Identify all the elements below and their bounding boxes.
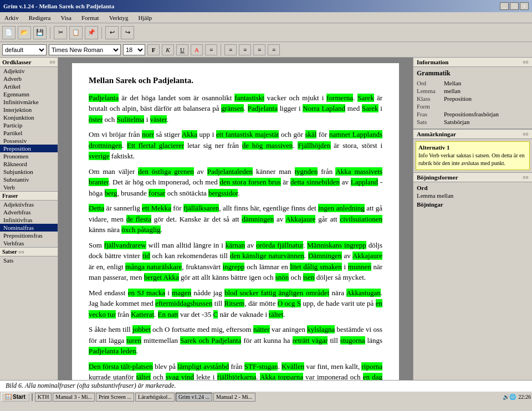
doc-area[interactable]: Mellan Sarek och Padjelanta. Padjelanta … [58,58,413,380]
menu-bar: Arkiv Redigera Visa Format Verktyg Hjälp [0,12,532,23]
main-area: Ordklasser ○○ Adjektiv Adverb Artikel Eg… [0,58,532,380]
save-button[interactable]: 💾 [33,26,47,39]
bojning-section: Ord Lemma mellan Böjningar [413,182,532,212]
taskbar-lararhogskolan[interactable]: Lärarhögskol... [135,393,175,402]
menu-redigera[interactable]: Redigera [27,14,53,22]
item-rakneord[interactable]: Råkneord [0,160,58,168]
item-infinitivmarke[interactable]: Infinitivmärke [0,98,58,106]
windows-icon: 🪟 [5,394,12,400]
format-extra-button[interactable]: ≡ [205,44,217,55]
item-verbfras[interactable]: Verbfras [0,239,58,247]
item-prepositionsfras[interactable]: Prepositionsfras [0,232,58,239]
information-close[interactable]: ○○ [523,59,529,65]
item-subjunktion[interactable]: Subjunktion [0,168,58,176]
style-select[interactable]: default [2,44,47,55]
size-select[interactable]: 18 [123,44,145,55]
undo-button[interactable]: ↩ [105,26,119,39]
separator-3 [221,44,221,56]
item-artikel[interactable]: Artikel [0,83,58,90]
separator-1 [50,27,50,39]
item-adjektivfras[interactable]: Adjektivfras [0,201,58,208]
paragraph-5: Som fjällvandrarew will man alltid längr… [89,240,382,283]
system-time: 22:26 [518,394,531,400]
new-button[interactable]: 📄 [2,26,16,39]
item-konjunktion[interactable]: Konjunktion [0,114,58,121]
item-substantiv[interactable]: Substantiv [0,176,58,183]
satser-close[interactable]: ○○ [18,249,24,255]
bold-button[interactable]: F [147,44,160,55]
boj-ord-value: Lemma mellan [417,192,529,199]
align-left-button[interactable]: ≡ [224,44,237,55]
minimize-button[interactable]: _ [500,2,509,10]
item-possessiv[interactable]: Possessiv [0,137,58,145]
item-adverb[interactable]: Adverb [0,75,58,83]
paste-button[interactable]: 📌 [85,26,98,39]
open-button[interactable]: 📂 [18,26,31,39]
satser-section: Satser ○○ [0,247,58,256]
item-infinitivfras[interactable]: Infinitivfras [0,216,58,224]
menu-hjälp[interactable]: Hjälp [136,14,154,22]
item-particip[interactable]: Particip [0,121,58,129]
copy-button[interactable]: 📋 [69,26,83,39]
paragraph-1: Padjelanta är det höga landet som är osa… [89,93,382,125]
boj-ord-label: Ord [417,184,529,191]
title-bar-buttons: _ □ × [500,2,529,10]
separator-2 [101,27,102,39]
doc-title: Mellan Sarek och Padjelanta. [89,74,382,87]
item-egennamn[interactable]: Egennamn [0,90,58,98]
right-panel: Information ○○ Grammatik Ord Mellan Lemm… [413,58,532,380]
toolbar: 📄 📂 💾 ✂ 📋 📌 ↩ ↪ [0,23,532,42]
doc-page: Mellan Sarek och Padjelanta. Padjelanta … [72,63,399,380]
align-right-button[interactable]: ≡ [253,44,265,55]
menu-verktyg[interactable]: Verktyg [107,14,131,22]
left-panel: Ordklasser ○○ Adjektiv Adverb Artikel Eg… [0,58,58,380]
item-adverbfras[interactable]: Adverbfras [0,208,58,216]
alternativ-title: Alternativ 1 [418,144,527,151]
item-partikel[interactable]: Partikel [0,129,58,137]
bojningsformer-close[interactable]: ○○ [523,174,529,180]
taskbar-manual2[interactable]: Manual 2 - Mi... [213,393,255,402]
form-row: Form [417,103,529,110]
menu-format[interactable]: Format [79,14,101,22]
start-button[interactable]: 🪟 Start [1,393,29,402]
system-tray-icons: 🔊🌐 [503,394,516,400]
align-center-button[interactable]: ≡ [239,44,251,55]
paragraph-8: Den första tält-platsen blev på lämpligt… [89,361,382,381]
item-verb[interactable]: Verb [0,183,58,191]
close-button[interactable]: × [520,2,529,10]
alternativ-box: Alternativ 1 Info Verb verkar saknas i s… [416,141,530,170]
taskbar-printscreen[interactable]: Print Screen ... [96,393,134,402]
taskbar-grim[interactable]: Grim v1.24 ... [176,393,212,402]
item-adjektiv[interactable]: Adjektiv [0,67,58,75]
paragraph-3: Om man väljer den östliga grenen av Padj… [89,166,382,199]
menu-arkiv[interactable]: Arkiv [2,14,21,22]
fraser-section: Fraser [0,191,58,201]
italic-button[interactable]: K [162,44,174,55]
grammatik-section: Grammatik Ord Mellan Lemma mellan Klass … [413,67,532,129]
item-interjektion[interactable]: Interjektion [0,106,58,114]
item-preposition[interactable]: Preposition [0,145,58,152]
paragraph-6: Med endasst en SJ macka i magen nådde ja… [89,287,382,320]
font-select[interactable]: Times New Roman [49,44,121,55]
lemma-row: Lemma mellan [417,88,529,94]
taskbar-right: 🔊🌐 22:26 [503,394,531,400]
ordklasser-header: Ordklasser ○○ [0,58,58,67]
ordklasser-close[interactable]: ○○ [49,59,55,65]
item-pronomen[interactable]: Pronomen [0,152,58,160]
taskbar-manual3[interactable]: Manual 3 - Mi... [53,393,95,402]
underline-button[interactable]: U [176,44,188,55]
anmarkningar-close[interactable]: ○○ [523,131,529,137]
alternativ-text: Info Verb verkar saknas i satsen. Om det… [418,152,527,167]
redo-button[interactable]: ↪ [121,26,134,39]
taskbar-kth[interactable]: KTH [35,393,52,402]
maximize-button[interactable]: □ [510,2,519,10]
paragraph-4: Detta är sannerlig ett Mekka för fjälläl… [89,203,382,235]
color-button[interactable]: A [191,44,203,55]
item-nominalfras[interactable]: Nominalfras [0,224,58,232]
menu-visa[interactable]: Visa [58,14,74,22]
align-justify-button[interactable]: ≡ [268,44,280,55]
cut-button[interactable]: ✂ [54,26,67,39]
item-sats[interactable]: Sats [0,256,58,264]
taskbar: 🪟 Start KTH Manual 3 - Mi... Print Scree… [0,391,532,402]
bojningsformer-header: Böjningsformer ○○ [413,172,532,182]
